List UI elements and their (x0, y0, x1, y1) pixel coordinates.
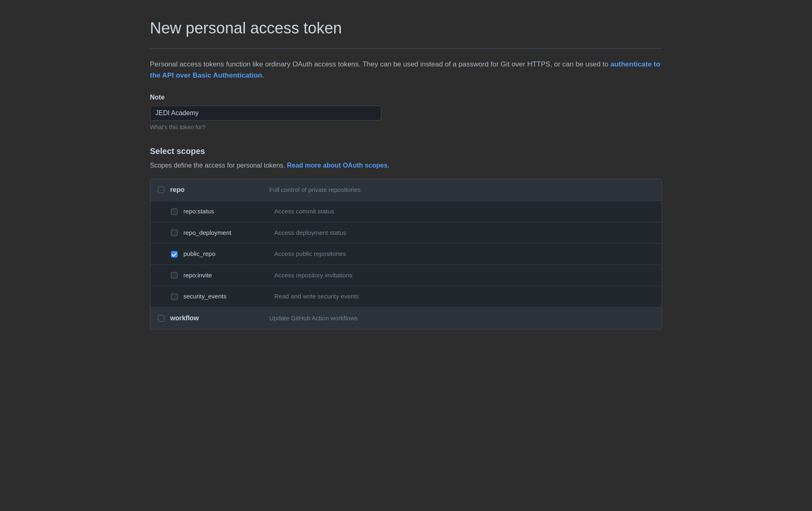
note-label: Note (150, 92, 662, 102)
scope-checkbox-repo-invite[interactable] (171, 272, 178, 279)
scopes-desc-before: Scopes define the access for personal to… (150, 162, 287, 169)
scope-desc-workflow: Update GitHub Action workflows (269, 314, 358, 323)
scope-row-public-repo: public_repo Access public repositories (150, 244, 662, 265)
scope-name-public-repo[interactable]: public_repo (183, 249, 266, 259)
scope-name-repo-deployment[interactable]: repo_deployment (183, 228, 266, 238)
scope-checkbox-repo[interactable] (158, 187, 164, 193)
scope-checkbox-repo-status[interactable] (171, 208, 178, 215)
scope-row-repo-invite: repo:invite Access repository invitation… (150, 265, 662, 286)
scope-row-repo-deployment: repo_deployment Access deployment status (150, 222, 662, 244)
description-text-after: . (262, 71, 264, 79)
note-input[interactable] (150, 106, 381, 121)
scope-row-workflow: workflow Update GitHub Action workflows (150, 308, 662, 329)
scopes-description: Scopes define the access for personal to… (150, 161, 662, 170)
scope-desc-repo-deployment: Access deployment status (274, 228, 346, 238)
scope-name-repo[interactable]: repo (170, 185, 261, 195)
scope-checkbox-security-events[interactable] (171, 293, 178, 300)
scope-desc-repo: Full control of private repositories (269, 185, 361, 195)
scope-row-repo-status: repo:status Access commit status (150, 201, 662, 222)
scope-row-security-events: security_events Read and write security … (150, 286, 662, 308)
scope-checkbox-public-repo[interactable] (171, 251, 178, 258)
note-hint: What's this token for? (150, 123, 662, 132)
scope-desc-security-events: Read and write security events (274, 292, 359, 301)
description-text-before: Personal access tokens function like ord… (150, 60, 610, 68)
scope-desc-repo-invite: Access repository invitations (274, 271, 352, 280)
scope-checkbox-repo-deployment[interactable] (171, 229, 178, 236)
oauth-scopes-link[interactable]: Read more about OAuth scopes (287, 162, 388, 169)
select-scopes-title: Select scopes (150, 145, 662, 157)
scope-row-repo: repo Full control of private repositorie… (150, 179, 662, 201)
scope-name-repo-status[interactable]: repo:status (183, 207, 266, 216)
scope-name-security-events[interactable]: security_events (183, 292, 266, 301)
scope-desc-repo-status: Access commit status (274, 207, 334, 216)
scope-name-repo-invite[interactable]: repo:invite (183, 271, 266, 280)
page-title: New personal access token (150, 17, 662, 49)
scopes-desc-after: . (387, 162, 389, 169)
note-field-group: Note What's this token for? (150, 92, 662, 132)
scopes-container: repo Full control of private repositorie… (150, 179, 662, 329)
page-description: Personal access tokens function like ord… (150, 59, 662, 81)
scope-desc-public-repo: Access public repositories (274, 249, 346, 259)
scope-name-workflow[interactable]: workflow (170, 313, 261, 323)
scope-checkbox-workflow[interactable] (158, 315, 164, 322)
